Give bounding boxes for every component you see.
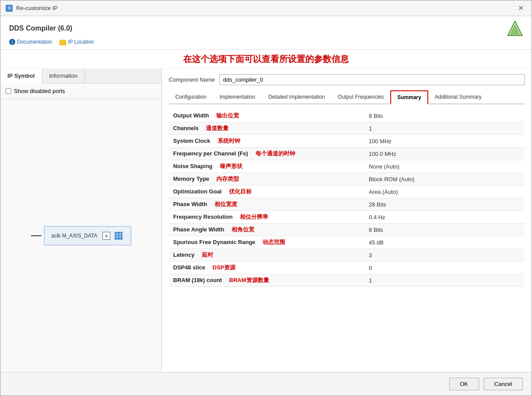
cancel-button[interactable]: Cancel [484,378,523,390]
left-panel: IP Symbol Information Show disabled port… [0,69,162,372]
tab-summary[interactable]: Summary [390,90,428,104]
main-content: IP Symbol Information Show disabled port… [0,69,532,372]
table-row: DSP48 slice DSP资源 0 [169,262,525,274]
table-row: Optimization Goal 优化目标 Area (Auto) [169,186,525,198]
show-disabled-ports-label: Show disabled ports [14,88,65,94]
param-annotation: 内存类型 [211,176,239,182]
param-label: Frequency Resolution [173,213,233,220]
value-cell: 0 [365,262,525,274]
summary-table: Output Width 输出位宽 8 Bits Channels 通道数量 1… [169,110,525,287]
param-cell: Noise Shaping 噪声形状 [169,160,365,173]
param-label: Phase Width [173,201,207,207]
value-cell: Area (Auto) [365,186,525,198]
window-title: Re-customize IP [16,5,58,11]
param-cell: Memory Type 内存类型 [169,173,365,186]
component-name-row: Component Name [169,74,525,85]
tab-implementation[interactable]: Implementation [213,90,262,103]
param-cell: Output Width 输出位宽 [169,110,365,122]
port-label: aclk M_AXIS_DATA [51,233,98,239]
header-area: DDS Compiler (6.0) i Documentation IP Lo… [0,16,532,50]
ip-symbol-area: aclk M_AXIS_DATA + [0,99,161,372]
table-row: Output Width 输出位宽 8 Bits [169,110,525,122]
wire-left [31,235,41,236]
tab-ip-symbol[interactable]: IP Symbol [0,69,42,83]
nav-links: i Documentation IP Location [9,39,523,45]
param-annotation: 噪声形状 [214,163,242,169]
table-row: Channels 通道数量 1 [169,122,525,135]
param-annotation: 优化目标 [223,188,252,195]
ip-symbol-box: aclk M_AXIS_DATA + [44,226,131,245]
param-annotation: 通道数量 [200,125,228,131]
xilinx-logo [507,21,523,36]
param-label: Spurious Free Dynamic Range [173,239,256,245]
param-label: Optimization Goal [173,188,222,195]
value-cell: 100 MHz [365,135,525,148]
show-disabled-ports-checkbox[interactable] [6,88,11,94]
tab-output-frequencies[interactable]: Output Frequencies [331,90,390,103]
show-disabled-ports-row: Show disabled ports [6,88,156,94]
param-label: DSP48 slice [173,264,205,271]
param-annotation: BRAM资源数量 [224,277,269,283]
param-label: Noise Shaping [173,163,212,169]
footer: OK Cancel [0,372,532,396]
plus-button[interactable]: + [102,232,110,240]
param-label: Channels [173,125,199,131]
param-annotation: 延时 [196,251,213,258]
param-cell: Frequency per Channel (Fs) 每个通道的时钟 [169,148,365,160]
value-cell: 100.0 MHz [365,148,525,160]
left-tabs-bar: IP Symbol Information [0,69,161,83]
ip-location-link[interactable]: IP Location [59,39,94,45]
component-name-label: Component Name [169,76,215,83]
param-cell: Spurious Free Dynamic Range 动态范围 [169,236,365,249]
param-cell: Frequency Resolution 相位分辨率 [169,211,365,224]
param-cell: System Clock 系统时钟 [169,135,365,148]
param-cell: DSP48 slice DSP资源 [169,262,365,274]
value-cell: 45 dB [365,236,525,249]
param-annotation: DSP资源 [207,264,235,271]
title-bar-left: ⚙ Re-customize IP [6,5,58,12]
main-window: ⚙ Re-customize IP ✕ DDS Compiler (6.0) i… [0,0,532,396]
close-button[interactable]: ✕ [515,3,526,13]
grid-icon[interactable] [115,232,123,240]
component-name-input[interactable] [219,74,525,85]
param-label: BRAM (18k) count [173,277,222,283]
tab-detailed-implementation[interactable]: Detailed Implementation [262,90,331,103]
wire-connector [31,235,41,236]
tab-configuration[interactable]: Configuration [169,90,213,103]
param-annotation: 每个通道的时钟 [250,150,295,157]
summary-content: Output Width 输出位宽 8 Bits Channels 通道数量 1… [169,110,525,367]
param-annotation: 输出位宽 [211,112,239,119]
param-annotation: 相位分辨率 [234,213,268,220]
annotation-banner: 在这个选项下面可以查看所设置的参数信息 [0,50,532,69]
param-label: Output Width [173,112,209,119]
table-row: Frequency per Channel (Fs) 每个通道的时钟 100.0… [169,148,525,160]
param-annotation: 动态范围 [257,239,285,245]
app-icon: ⚙ [6,5,13,12]
tab-information[interactable]: Information [42,69,85,83]
ok-button[interactable]: OK [449,378,479,390]
table-row: Frequency Resolution 相位分辨率 0.4 Hz [169,211,525,224]
param-cell: BRAM (18k) count BRAM资源数量 [169,274,365,287]
param-label: Memory Type [173,176,209,182]
right-panel: Component Name Configuration Implementat… [162,69,532,372]
param-cell: Latency 延时 [169,249,365,262]
value-cell: 28 Bits [365,198,525,211]
param-annotation: 相位宽度 [209,201,237,207]
config-tabs: Configuration Implementation Detailed Im… [169,90,525,104]
documentation-link[interactable]: i Documentation [9,39,52,45]
param-annotation: 系统时钟 [212,138,240,144]
param-cell: Phase Width 相位宽度 [169,198,365,211]
value-cell: 3 [365,249,525,262]
param-label: Phase Angle Width [173,226,224,233]
value-cell: 1 [365,122,525,135]
table-row: BRAM (18k) count BRAM资源数量 1 [169,274,525,287]
value-cell: 8 Bits [365,224,525,236]
table-row: Spurious Free Dynamic Range 动态范围 45 dB [169,236,525,249]
value-cell: Block ROM (Auto) [365,173,525,186]
left-panel-options: Show disabled ports [0,83,161,99]
value-cell: 0.4 Hz [365,211,525,224]
folder-icon [59,40,66,45]
table-row: Noise Shaping 噪声形状 None (Auto) [169,160,525,173]
tab-additional-summary[interactable]: Additional Summary [428,90,488,103]
param-cell: Optimization Goal 优化目标 [169,186,365,198]
